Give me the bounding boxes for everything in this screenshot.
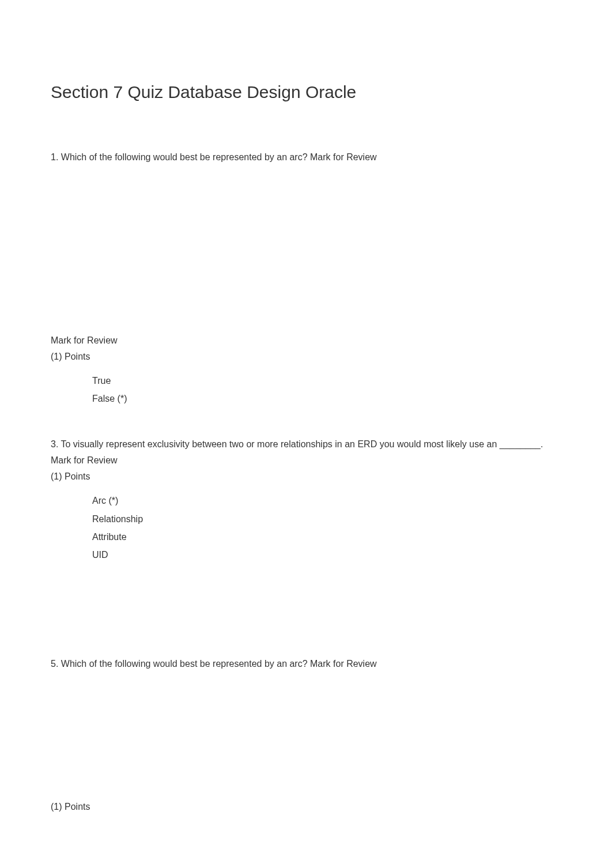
question-2-points: (1) Points: [51, 349, 561, 365]
question-3-text: 3. To visually represent exclusivity bet…: [51, 436, 561, 469]
option: Arc (*): [92, 492, 561, 510]
option: True: [92, 372, 561, 390]
spacer: [51, 165, 561, 333]
question-2-prefix: Mark for Review: [51, 333, 561, 349]
spacer: [51, 672, 561, 799]
footer-points: (1) Points: [51, 799, 561, 815]
option: Attribute: [92, 528, 561, 546]
spacer: [51, 407, 561, 436]
option: Relationship: [92, 510, 561, 528]
question-5-text: 5. Which of the following would best be …: [51, 656, 561, 672]
option: UID: [92, 546, 561, 564]
question-3-options: Arc (*) Relationship Attribute UID: [51, 492, 561, 564]
question-1-text: 1. Which of the following would best be …: [51, 149, 561, 165]
page-title: Section 7 Quiz Database Design Oracle: [51, 81, 561, 103]
question-2-options: True False (*): [51, 372, 561, 407]
question-3-points: (1) Points: [51, 469, 561, 485]
spacer: [51, 564, 561, 656]
option: False (*): [92, 390, 561, 407]
document-page: Section 7 Quiz Database Design Oracle 1.…: [0, 0, 612, 868]
